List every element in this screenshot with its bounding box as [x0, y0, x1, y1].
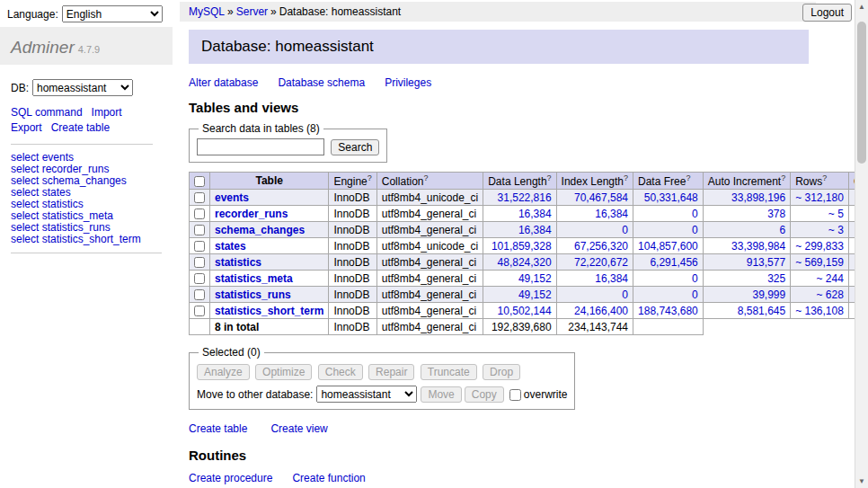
scrollbar-thumb[interactable]	[857, 22, 866, 164]
rows-count-link[interactable]: ~ 299,833	[795, 240, 844, 253]
data-free-link[interactable]: 6,291,456	[650, 256, 697, 269]
language-select[interactable]: English	[62, 5, 163, 22]
auto-increment-link[interactable]: 6	[779, 224, 785, 236]
table-link[interactable]: statistics	[215, 256, 261, 269]
rows-count-link[interactable]: ~ 136,108	[795, 305, 844, 317]
table-link[interactable]: states	[215, 240, 246, 253]
copy-button[interactable]: Copy	[465, 386, 504, 403]
data-length-link[interactable]: 49,152	[518, 288, 552, 301]
data-length-link[interactable]: 31,522,816	[498, 191, 552, 204]
index-length-link[interactable]: 16,384	[595, 272, 628, 285]
auto-increment-link[interactable]: 33,898,196	[731, 191, 785, 204]
data-free-link[interactable]: 104,857,600	[638, 240, 698, 253]
data-free-link[interactable]: 0	[692, 272, 698, 285]
move-button[interactable]: Move	[421, 386, 461, 403]
rows-help-link[interactable]: ?	[822, 173, 827, 182]
engine-help-link[interactable]: ?	[368, 173, 372, 182]
data-free-link[interactable]: 0	[692, 288, 698, 301]
optimize-button[interactable]: Optimize	[255, 364, 312, 380]
index-length-link[interactable]: 24,166,400	[574, 305, 628, 317]
scroll-down-arrow-icon[interactable]: ▼	[855, 475, 868, 488]
row-checkbox[interactable]	[194, 273, 205, 284]
data-free-link[interactable]: 50,331,648	[644, 191, 698, 204]
auto-increment-link[interactable]: 39,999	[752, 288, 785, 301]
data-free-link[interactable]: 188,743,680	[638, 305, 698, 317]
breadcrumb-mysql-link[interactable]: MySQL	[189, 5, 225, 18]
row-checkbox[interactable]	[194, 289, 205, 300]
data-free-link[interactable]: 0	[692, 224, 698, 236]
rows-count-link[interactable]: ~ 5	[828, 208, 844, 220]
row-checkbox[interactable]	[194, 209, 205, 219]
index-length-link[interactable]: 70,467,584	[574, 191, 628, 204]
row-checkbox[interactable]	[194, 225, 205, 235]
index-length-link[interactable]: 72,220,672	[574, 256, 628, 269]
data-free-help-link[interactable]: ?	[686, 173, 690, 182]
overwrite-checkbox[interactable]	[509, 389, 521, 401]
search-input[interactable]	[197, 138, 324, 155]
database-schema-link[interactable]: Database schema	[278, 76, 365, 89]
auto-increment-link[interactable]: 378	[767, 208, 785, 220]
index-length-link[interactable]: 16,384	[595, 208, 628, 220]
drop-button[interactable]: Drop	[483, 364, 520, 380]
sidebar-import-link[interactable]: Import	[92, 105, 122, 120]
logout-button[interactable]: Logout	[802, 4, 852, 22]
search-button[interactable]: Search	[331, 139, 379, 155]
rows-count-link[interactable]: ~ 569,159	[795, 256, 844, 269]
collation-help-link[interactable]: ?	[423, 173, 428, 182]
table-link[interactable]: statistics_short_term	[215, 305, 323, 317]
index-length-link[interactable]: 0	[622, 224, 628, 236]
data-length-link[interactable]: 48,824,320	[498, 256, 552, 269]
check-button[interactable]: Check	[318, 364, 363, 380]
privileges-link[interactable]: Privileges	[385, 76, 431, 89]
create-function-link[interactable]: Create function	[292, 472, 365, 484]
row-checkbox[interactable]	[194, 257, 205, 268]
create-procedure-link[interactable]: Create procedure	[189, 472, 272, 484]
sidebar-create-table-link[interactable]: Create table	[51, 120, 110, 136]
data-length-link[interactable]: 101,859,328	[492, 240, 552, 253]
table-link[interactable]: schema_changes	[215, 224, 305, 236]
create-view-link[interactable]: Create view	[270, 422, 327, 435]
truncate-button[interactable]: Truncate	[421, 364, 477, 380]
table-link[interactable]: recorder_runs	[215, 208, 288, 220]
move-db-select[interactable]: homeassistant	[316, 386, 417, 403]
create-table-link[interactable]: Create table	[189, 422, 247, 435]
repair-button[interactable]: Repair	[368, 364, 414, 380]
auto-increment-link[interactable]: 913,577	[747, 256, 785, 269]
rows-count-link[interactable]: ~ 312,180	[795, 191, 844, 204]
index-length-link[interactable]: 0	[622, 288, 628, 301]
index-length-link[interactable]: 67,256,320	[574, 240, 628, 253]
auto-increment-link[interactable]: 8,581,645	[738, 305, 785, 317]
rows-count-link[interactable]: ~ 3	[828, 224, 844, 236]
auto-increment-help-link[interactable]: ?	[781, 173, 785, 182]
data-free-link[interactable]: 0	[692, 208, 698, 220]
data-length-help-link[interactable]: ?	[547, 173, 552, 182]
alter-database-link[interactable]: Alter database	[189, 76, 258, 89]
column-header-index-length-label: Index Length	[562, 175, 624, 188]
scrollbar[interactable]: ▲ ▼	[855, 0, 868, 488]
auto-increment-link[interactable]: 33,398,984	[731, 240, 785, 253]
rows-count-link[interactable]: ~ 244	[817, 272, 844, 285]
db-select[interactable]: homeassistant	[32, 79, 133, 96]
sidebar-export-link[interactable]: Export	[11, 120, 42, 136]
row-checkbox[interactable]	[194, 241, 205, 252]
analyze-button[interactable]: Analyze	[197, 364, 250, 380]
data-length-link[interactable]: 16,384	[518, 208, 552, 220]
app-name[interactable]: Adminer	[11, 38, 75, 57]
table-link[interactable]: statistics_meta	[215, 272, 293, 285]
breadcrumb-server-link[interactable]: Server	[236, 5, 268, 18]
row-checkbox[interactable]	[194, 192, 205, 203]
sidebar-item-select-statistics-short-term[interactable]: select statistics_short_term	[11, 234, 162, 245]
table-link[interactable]: events	[215, 191, 249, 204]
rows-count-link[interactable]: ~ 628	[817, 288, 844, 301]
overwrite-option[interactable]: overwrite	[509, 388, 568, 401]
row-checkbox[interactable]	[194, 306, 205, 316]
scroll-up-arrow-icon[interactable]: ▲	[855, 0, 868, 13]
sidebar-sql-command-link[interactable]: SQL command	[11, 105, 83, 120]
auto-increment-link[interactable]: 325	[767, 272, 785, 285]
data-length-link[interactable]: 49,152	[518, 272, 552, 285]
index-length-help-link[interactable]: ?	[624, 173, 628, 182]
table-link[interactable]: statistics_runs	[215, 288, 291, 301]
data-length-link[interactable]: 10,502,144	[498, 305, 552, 317]
check-all-checkbox[interactable]	[194, 176, 205, 187]
data-length-link[interactable]: 16,384	[518, 224, 552, 236]
